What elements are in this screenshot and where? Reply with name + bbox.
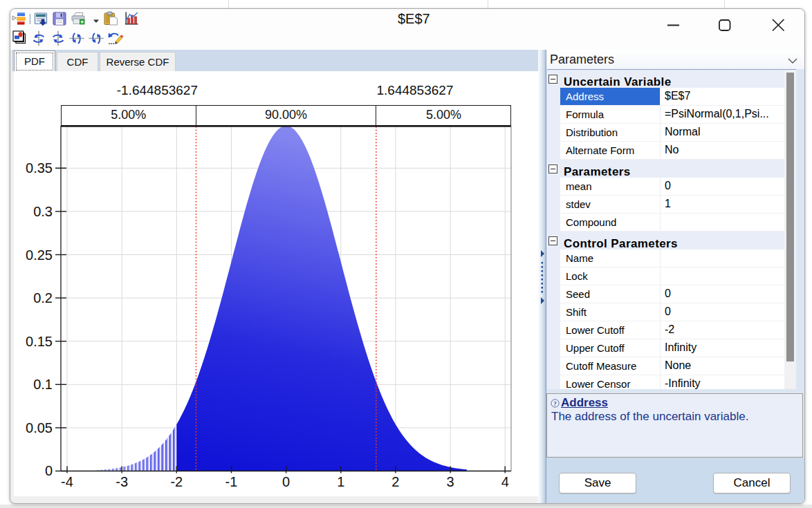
svg-text:0.1: 0.1 [33,377,53,392]
svg-text:4: 4 [501,474,509,489]
svg-text:2: 2 [391,474,399,489]
svg-text:0.3: 0.3 [33,204,53,219]
svg-text:0.35: 0.35 [26,160,53,176]
svg-text:0.05: 0.05 [26,420,53,435]
svg-text:5.00%: 5.00% [111,108,146,122]
svg-text:3: 3 [447,474,454,489]
svg-text:1: 1 [337,474,344,489]
svg-text:0: 0 [282,474,290,489]
svg-text:?: ? [553,400,557,407]
svg-text:-3: -3 [116,474,128,489]
svg-text:-4: -4 [61,474,73,489]
svg-text:5.00%: 5.00% [426,108,461,122]
svg-text:1.644853627: 1.644853627 [377,83,454,97]
svg-text:0.15: 0.15 [26,334,53,349]
svg-text:90.00%: 90.00% [265,108,307,122]
svg-text:0: 0 [45,463,53,478]
svg-text:-1.644853627: -1.644853627 [117,83,198,97]
svg-text:0.25: 0.25 [26,247,53,263]
svg-text:0.2: 0.2 [33,290,53,305]
svg-text:-1: -1 [225,474,238,489]
svg-text:-2: -2 [170,474,183,489]
